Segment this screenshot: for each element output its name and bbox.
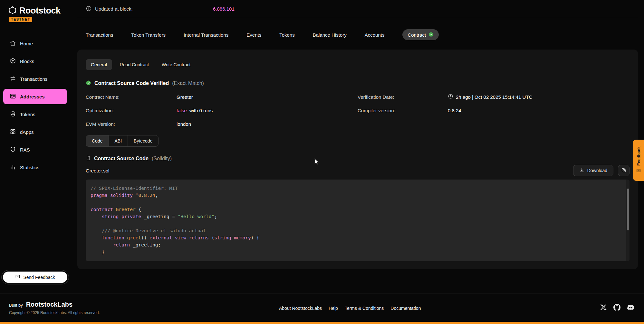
contract-fields: Contract Name: Greeter Verification Date… — [86, 90, 630, 131]
code-lines: // SPDX-License-Identifier: MITpragma so… — [86, 180, 630, 255]
sidebar-item-label: Blocks — [20, 59, 34, 64]
tab-accounts[interactable]: Accounts — [365, 32, 385, 38]
envelope-icon — [636, 168, 641, 174]
empty-cell — [448, 117, 630, 131]
main-content: Updated at block: 6,886,101 Transactions… — [77, 0, 638, 269]
rootstock-logo-icon — [8, 6, 17, 16]
tab-balance-history[interactable]: Balance History — [313, 32, 347, 38]
empty-cell — [358, 117, 448, 131]
brand-name: Rootstock — [19, 6, 61, 16]
verification-date-label: Verification Date: — [358, 90, 448, 104]
blocks-icon — [10, 58, 16, 65]
verification-date-text: 2h ago | Oct 02 2025 15:14:41 UTC — [456, 94, 532, 100]
verified-title: Contract Source Code Verified — [94, 80, 169, 86]
verification-date-value: 2h ago | Oct 02 2025 15:14:41 UTC — [448, 90, 630, 104]
footer-link-help[interactable]: Help — [329, 306, 338, 311]
updated-at-block-bar: Updated at block: 6,886,101 — [77, 0, 638, 18]
source-code-language: (Solidity) — [152, 156, 172, 162]
sidebar-item-statistics[interactable]: Statistics — [3, 160, 67, 175]
sidebar-item-ras[interactable]: RAS — [3, 142, 67, 157]
info-icon — [86, 5, 92, 13]
footer-link-terms[interactable]: Terms & Conditions — [345, 306, 384, 311]
send-feedback-button[interactable]: Send Feedback — [3, 272, 67, 283]
subtab-general[interactable]: General — [86, 59, 112, 70]
optimization-value: false with 0 runs — [177, 104, 358, 117]
tokens-icon — [10, 111, 16, 118]
sidebar-item-transactions[interactable]: Transactions — [3, 71, 67, 87]
subtab-write-contract[interactable]: Write Contract — [157, 59, 196, 70]
bottom-accent-bar — [0, 322, 644, 324]
built-by-label: Built by — [9, 303, 23, 308]
tab-contract[interactable]: Contract — [402, 29, 439, 40]
tab-tokens[interactable]: Tokens — [279, 32, 295, 38]
tab-token-transfers[interactable]: Token Transfers — [131, 32, 166, 38]
footer: Built by RootstockLabs Copyright © 2025 … — [0, 293, 644, 322]
updated-at-block-label: Updated at block: — [95, 6, 133, 12]
download-icon — [579, 168, 584, 174]
sidebar-item-label: Home — [20, 41, 33, 46]
footer-brand-name[interactable]: RootstockLabs — [26, 301, 72, 308]
source-code-heading: Contract Source Code (Solidity) — [86, 155, 630, 162]
subtab-read-contract[interactable]: Read Contract — [115, 59, 154, 70]
download-label: Download — [587, 168, 607, 173]
feedback-message-icon — [15, 274, 20, 280]
verified-heading: Contract Source Code Verified (Exact Mat… — [86, 80, 630, 87]
download-button[interactable]: Download — [573, 165, 613, 176]
tab-internal-transactions[interactable]: Internal Transactions — [184, 32, 228, 38]
compiler-version-label: Compiler version: — [358, 104, 448, 117]
footer-brand-block: Built by RootstockLabs Copyright © 2025 … — [9, 301, 100, 315]
page: Rootstock TESTNET Home Blocks Transactio… — [0, 0, 644, 324]
sidebar-nav: Home Blocks Transactions Addresses Token… — [3, 36, 67, 175]
code-view-abi[interactable]: ABI — [109, 135, 128, 146]
address-tabs: Transactions Token Transfers Internal Tr… — [77, 28, 638, 42]
contract-subtabs: General Read Contract Write Contract — [86, 59, 630, 70]
optimization-flag: false — [177, 108, 187, 113]
send-feedback-label: Send Feedback — [23, 275, 55, 280]
rootstock-logo[interactable]: Rootstock — [8, 6, 61, 16]
transactions-icon — [10, 75, 16, 83]
footer-links: About RootstockLabs Help Terms & Conditi… — [279, 306, 421, 311]
footer-link-documentation[interactable]: Documentation — [390, 306, 421, 311]
copyright-text: Copyright © 2025 RootstockLabs. All righ… — [9, 310, 100, 315]
source-code-block: // SPDX-License-Identifier: MITpragma so… — [86, 180, 630, 261]
source-code-title: Contract Source Code — [94, 156, 149, 162]
sidebar-item-label: Transactions — [20, 76, 47, 82]
contract-name-value: Greeter — [177, 90, 358, 104]
tab-events[interactable]: Events — [246, 32, 261, 38]
code-view-code[interactable]: Code — [86, 135, 109, 146]
sidebar-item-label: Tokens — [20, 112, 35, 117]
code-view-switcher: Code ABI Bytecode — [86, 135, 159, 147]
sidebar-item-tokens[interactable]: Tokens — [3, 106, 67, 122]
clock-icon — [448, 94, 453, 100]
optimization-label: Optimization: — [86, 104, 177, 117]
sidebar-item-label: Statistics — [20, 165, 39, 170]
block-number-link[interactable]: 6,886,101 — [213, 6, 235, 12]
sidebar-item-dapps[interactable]: dApps — [3, 124, 67, 140]
feedback-side-tab[interactable]: Feedback — [633, 140, 644, 181]
verified-suffix: (Exact Match) — [172, 80, 204, 86]
contract-card: General Read Contract Write Contract Con… — [77, 50, 638, 269]
sidebar-item-addresses[interactable]: Addresses — [3, 89, 67, 104]
copy-icon — [621, 168, 626, 174]
addresses-icon — [10, 93, 16, 100]
sidebar-item-blocks[interactable]: Blocks — [3, 53, 67, 69]
file-row: Greeter.sol Download — [86, 164, 630, 177]
home-icon — [10, 40, 16, 47]
file-name: Greeter.sol — [86, 168, 109, 173]
sidebar-item-home[interactable]: Home — [3, 36, 67, 51]
evm-version-label: EVM Version: — [86, 117, 177, 131]
tab-transactions[interactable]: Transactions — [86, 32, 113, 38]
copy-code-button[interactable] — [618, 165, 630, 176]
x-twitter-icon[interactable] — [600, 304, 607, 310]
sidebar-item-label: dApps — [20, 129, 34, 135]
feedback-side-tab-label: Feedback — [636, 146, 641, 166]
code-scrollbar-thumb[interactable] — [627, 189, 629, 230]
tab-contract-label: Contract — [408, 32, 426, 38]
footer-link-about[interactable]: About RootstockLabs — [279, 306, 322, 311]
verified-check-circle-icon — [86, 80, 91, 87]
discord-icon[interactable] — [627, 304, 634, 311]
optimization-rest: with 0 runs — [189, 108, 213, 113]
footer-social — [600, 304, 634, 311]
code-view-bytecode[interactable]: Bytecode — [128, 135, 158, 146]
github-icon[interactable] — [613, 304, 620, 311]
